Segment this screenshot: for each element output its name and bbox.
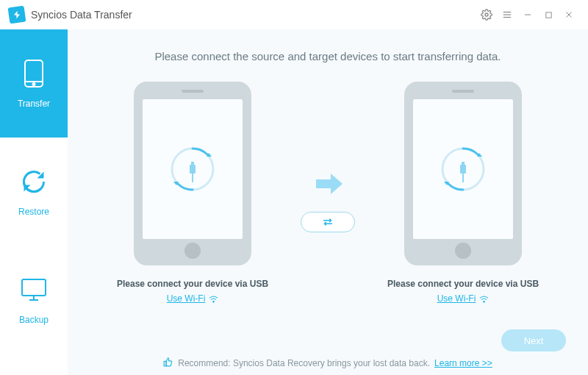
swap-direction-button[interactable] bbox=[301, 212, 355, 232]
headline-text: Please connect the source and target dev… bbox=[68, 50, 588, 63]
wifi-link-label: Use Wi-Fi bbox=[437, 293, 476, 304]
svg-rect-29 bbox=[164, 361, 166, 365]
sidebar: Transfer Restore Backup bbox=[0, 29, 68, 375]
thumbs-up-icon bbox=[163, 357, 173, 369]
sidebar-item-backup[interactable]: Backup bbox=[0, 246, 68, 354]
svg-rect-11 bbox=[22, 279, 46, 296]
svg-point-10 bbox=[33, 83, 35, 85]
menu-icon bbox=[502, 10, 512, 20]
maximize-icon bbox=[545, 11, 553, 19]
app-logo bbox=[8, 6, 26, 24]
phone-icon bbox=[19, 59, 49, 88]
target-device-column: Please connect your device via USB Use W… bbox=[379, 82, 548, 304]
next-button-label: Next bbox=[524, 335, 544, 346]
wifi-icon bbox=[479, 295, 489, 303]
sidebar-item-transfer[interactable]: Transfer bbox=[0, 29, 68, 138]
settings-button[interactable] bbox=[476, 4, 497, 25]
svg-rect-17 bbox=[190, 165, 196, 174]
svg-point-28 bbox=[484, 301, 485, 302]
menu-button[interactable] bbox=[497, 4, 517, 25]
next-button[interactable]: Next bbox=[501, 329, 566, 351]
swap-icon bbox=[321, 217, 334, 227]
target-connect-message: Please connect your device via USB bbox=[387, 279, 539, 289]
source-device-column: Please connect your device via USB Use W… bbox=[108, 82, 277, 304]
wifi-icon bbox=[209, 295, 218, 303]
monitor-icon bbox=[19, 275, 49, 304]
refresh-icon bbox=[19, 167, 49, 196]
source-phone-placeholder bbox=[134, 82, 251, 265]
connecting-spinner-icon bbox=[437, 143, 490, 196]
footer-recommend: Recommend: Syncios Data Recovery brings … bbox=[68, 357, 588, 369]
svg-rect-18 bbox=[191, 162, 194, 165]
main-panel: Please connect the source and target dev… bbox=[68, 29, 588, 375]
svg-rect-26 bbox=[462, 162, 465, 165]
source-wifi-link[interactable]: Use Wi-Fi bbox=[167, 293, 219, 304]
wifi-link-label: Use Wi-Fi bbox=[167, 293, 206, 304]
sidebar-item-label: Transfer bbox=[18, 99, 50, 109]
titlebar: Syncios Data Transfer bbox=[0, 0, 588, 29]
minimize-icon bbox=[523, 10, 532, 19]
svg-point-20 bbox=[213, 301, 215, 302]
gear-icon bbox=[481, 9, 492, 21]
target-wifi-link[interactable]: Use Wi-Fi bbox=[437, 293, 490, 304]
maximize-button[interactable] bbox=[538, 4, 559, 25]
sidebar-item-restore[interactable]: Restore bbox=[0, 138, 68, 246]
learn-more-link[interactable]: Learn more >> bbox=[434, 358, 492, 368]
target-phone-placeholder bbox=[404, 82, 522, 265]
svg-rect-25 bbox=[460, 165, 466, 174]
minimize-button[interactable] bbox=[517, 4, 538, 25]
connecting-spinner-icon bbox=[166, 143, 219, 196]
app-title: Syncios Data Transfer bbox=[31, 9, 132, 21]
sidebar-item-label: Backup bbox=[19, 315, 49, 325]
svg-rect-5 bbox=[545, 12, 551, 17]
transfer-arrow-icon bbox=[312, 171, 344, 200]
svg-marker-21 bbox=[316, 174, 343, 194]
close-icon bbox=[564, 10, 573, 19]
close-button[interactable] bbox=[559, 4, 579, 25]
sidebar-item-label: Restore bbox=[18, 207, 49, 217]
recommend-text: Recommend: Syncios Data Recovery brings … bbox=[178, 358, 430, 368]
svg-point-0 bbox=[485, 13, 488, 16]
source-connect-message: Please connect your device via USB bbox=[117, 279, 268, 289]
